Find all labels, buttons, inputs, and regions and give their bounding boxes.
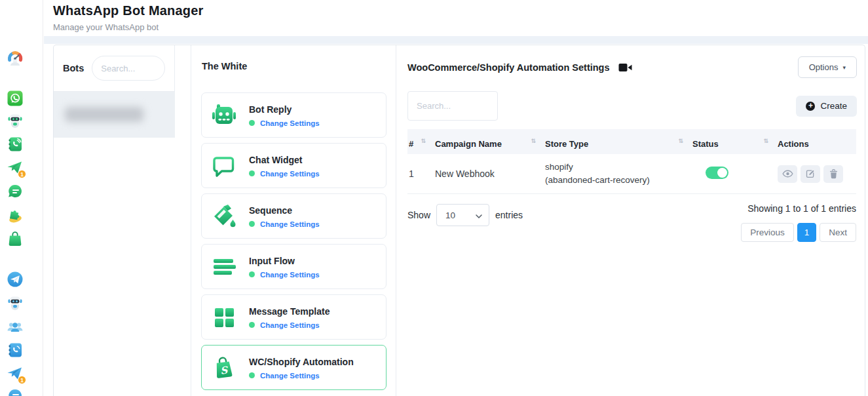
- notification-badge: 1: [18, 376, 26, 384]
- menu-card-title: Chat Widget: [249, 155, 303, 165]
- page-size-select[interactable]: 10: [436, 204, 489, 226]
- bot-list-item-selected[interactable]: [54, 92, 175, 138]
- grid-icon: [211, 304, 237, 330]
- chevron-down-icon: [476, 210, 482, 220]
- chevron-down-icon: ▾: [842, 64, 846, 71]
- column-header-actions: Actions: [778, 134, 855, 149]
- sort-icon[interactable]: ⇅: [531, 138, 536, 144]
- table-header-row: #⇅ Campaign Name⇅ Store Type⇅ Status⇅ Ac…: [407, 129, 856, 154]
- edit-button[interactable]: [801, 165, 820, 183]
- bots-label: Bots: [63, 63, 84, 73]
- menu-card-sequence[interactable]: Sequence Change Settings: [201, 193, 387, 239]
- bot-name-redacted: [65, 107, 143, 122]
- telegram-contacts-icon[interactable]: [7, 342, 24, 359]
- telegram-bot-icon[interactable]: [7, 294, 24, 311]
- whatsapp-broadcast-icon[interactable]: 1: [7, 159, 24, 176]
- options-button[interactable]: Options ▾: [798, 56, 857, 78]
- change-settings-link[interactable]: Change Settings: [260, 170, 320, 178]
- status-dot: [249, 372, 255, 378]
- telegram-chat-icon[interactable]: [7, 387, 24, 396]
- whatsapp-contacts-icon[interactable]: [7, 136, 24, 153]
- page-header: WhatsApp Bot Manager Manage your WhatsAp…: [53, 3, 204, 32]
- entries-summary: Showing 1 to 1 of 1 entries: [747, 203, 856, 214]
- telegram-icon[interactable]: [7, 271, 24, 288]
- header-divider-strip: [44, 36, 868, 44]
- whatsapp-integrations-icon[interactable]: [7, 207, 24, 224]
- pagination: Previous 1 Next: [741, 223, 856, 242]
- change-settings-link[interactable]: Change Settings: [260, 321, 320, 329]
- campaigns-table: #⇅ Campaign Name⇅ Store Type⇅ Status⇅ Ac…: [407, 129, 856, 194]
- sort-icon[interactable]: ⇅: [421, 138, 426, 144]
- chat-bubble-icon: [211, 153, 237, 179]
- create-button[interactable]: + Create: [796, 96, 857, 117]
- page-title: WhatsApp Bot Manager: [53, 3, 204, 18]
- menu-card-title: Sequence: [249, 205, 292, 216]
- app-icon-rail: 1: [0, 0, 43, 396]
- view-button[interactable]: [778, 165, 797, 183]
- panel-title: WooCommerce/Shopify Automation Settings: [407, 62, 632, 73]
- bots-search-input[interactable]: [92, 56, 165, 81]
- whatsapp-chat-icon[interactable]: [7, 183, 24, 200]
- bot-menu-panel: The White Bot Reply: [191, 45, 396, 396]
- telegram-users-icon[interactable]: [7, 318, 24, 335]
- sort-icon[interactable]: ⇅: [763, 138, 768, 144]
- sort-icon[interactable]: ⇅: [678, 138, 683, 144]
- bars-icon: [211, 254, 237, 280]
- automation-settings-panel: WooCommerce/Shopify Automation Settings …: [396, 45, 866, 396]
- page-subtitle: Manage your WhatsApp bot: [53, 22, 204, 32]
- shopify-icon: S: [211, 355, 237, 381]
- status-dot: [249, 322, 255, 328]
- status-dot: [249, 221, 255, 227]
- bot-manager-card: Bots The White: [53, 45, 865, 396]
- menu-card-title: Input Flow: [249, 256, 295, 266]
- status-toggle[interactable]: [706, 167, 728, 179]
- menu-card-wc-shopify-automation[interactable]: S WC/Shopify Automation Change Settings: [201, 345, 387, 390]
- column-header-status[interactable]: Status⇅: [692, 134, 778, 149]
- whatsapp-icon[interactable]: [7, 90, 24, 107]
- table-row: 1 New Webhook shopify (abandoned-cart-re…: [407, 154, 856, 194]
- row-number: 1: [409, 168, 435, 179]
- campaign-name-cell: New Webhook: [435, 168, 545, 179]
- speedometer-dashboard-icon[interactable]: [7, 50, 24, 67]
- menu-card-bot-reply[interactable]: Bot Reply Change Settings: [201, 92, 387, 138]
- column-header-campaign-name[interactable]: Campaign Name⇅: [435, 134, 545, 149]
- menu-card-input-flow[interactable]: Input Flow Change Settings: [201, 244, 387, 289]
- change-settings-link[interactable]: Change Settings: [260, 372, 320, 380]
- status-dot: [249, 120, 255, 126]
- whatsapp-store-icon[interactable]: [7, 230, 24, 247]
- column-header-store-type[interactable]: Store Type⇅: [545, 134, 692, 149]
- video-tutorial-icon[interactable]: [618, 62, 632, 73]
- change-settings-link[interactable]: Change Settings: [260, 271, 320, 279]
- next-page-button[interactable]: Next: [820, 223, 856, 242]
- eye-icon: [782, 170, 793, 178]
- status-dot: [249, 170, 255, 176]
- trash-icon: [829, 169, 838, 179]
- menu-card-chat-widget[interactable]: Chat Widget Change Settings: [201, 143, 387, 188]
- plus-icon: +: [806, 102, 815, 111]
- menu-card-title: Bot Reply: [249, 104, 292, 115]
- campaign-search-input[interactable]: [407, 91, 498, 121]
- menu-card-title: WC/Shopify Automation: [249, 357, 354, 367]
- bots-panel-header: Bots: [54, 45, 175, 92]
- page-1-button[interactable]: 1: [797, 223, 817, 242]
- store-type-cell: shopify (abandoned-cart-recovery): [545, 161, 692, 186]
- status-dot: [249, 271, 255, 277]
- entries-label: entries: [495, 210, 523, 220]
- menu-card-title: Message Template: [249, 306, 330, 317]
- bots-panel: Bots: [54, 45, 191, 396]
- bot-name-title: The White: [202, 61, 247, 71]
- edit-icon: [806, 169, 815, 178]
- change-settings-link[interactable]: Change Settings: [260, 220, 320, 228]
- toggle-knob: [717, 168, 727, 178]
- previous-page-button[interactable]: Previous: [741, 223, 794, 242]
- whatsapp-bot-icon[interactable]: [7, 112, 24, 129]
- column-header-num[interactable]: #⇅: [409, 134, 435, 149]
- show-label: Show: [407, 210, 430, 220]
- menu-card-message-template[interactable]: Message Template Change Settings: [201, 294, 387, 340]
- change-settings-link[interactable]: Change Settings: [260, 119, 320, 127]
- notification-badge: 1: [18, 170, 26, 178]
- telegram-broadcast-icon[interactable]: 1: [7, 365, 24, 382]
- robot-icon: [211, 102, 237, 129]
- delete-button[interactable]: [823, 165, 843, 183]
- paint-bucket-icon: [211, 203, 237, 229]
